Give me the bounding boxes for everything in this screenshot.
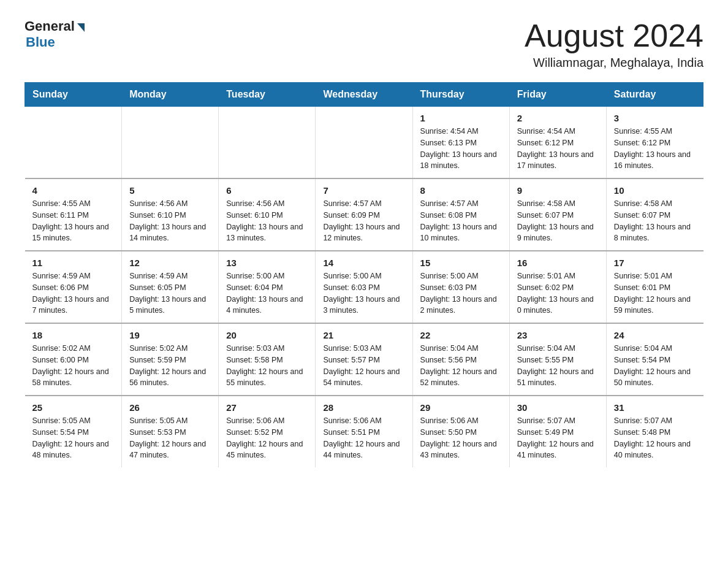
day-info-line: Sunset: 6:13 PM — [420, 137, 502, 149]
calendar-table: SundayMondayTuesdayWednesdayThursdayFrid… — [25, 82, 703, 467]
weekday-header-sunday: Sunday — [25, 83, 122, 107]
day-info-line: Daylight: 13 hours and 15 minutes. — [32, 221, 115, 245]
day-number: 7 — [323, 185, 404, 196]
day-info-line: Sunrise: 5:00 AM — [323, 270, 404, 282]
month-title: August 2024 — [525, 18, 703, 53]
day-number: 25 — [32, 402, 115, 413]
weekday-header-thursday: Thursday — [412, 83, 509, 107]
calendar-cell: 20Sunrise: 5:03 AMSunset: 5:58 PMDayligh… — [219, 323, 316, 396]
weekday-header-row: SundayMondayTuesdayWednesdayThursdayFrid… — [25, 83, 703, 107]
day-info-line: Sunset: 6:05 PM — [129, 282, 211, 294]
title-section: August 2024 Williamnagar, Meghalaya, Ind… — [525, 18, 703, 70]
calendar-cell: 30Sunrise: 5:07 AMSunset: 5:49 PMDayligh… — [509, 396, 606, 467]
weekday-header-monday: Monday — [122, 83, 219, 107]
day-number: 29 — [420, 402, 502, 413]
day-info-line: Sunrise: 5:00 AM — [226, 270, 308, 282]
calendar-cell: 10Sunrise: 4:58 AMSunset: 6:07 PMDayligh… — [606, 178, 703, 251]
logo-general: General — [25, 18, 85, 34]
day-info-line: Sunset: 6:10 PM — [129, 210, 211, 221]
day-info-line: Daylight: 12 hours and 47 minutes. — [129, 439, 211, 462]
day-number: 16 — [517, 258, 599, 268]
day-info-line: Sunrise: 5:07 AM — [614, 415, 696, 427]
day-info-line: Sunrise: 5:03 AM — [323, 343, 404, 354]
day-number: 13 — [226, 258, 308, 268]
calendar-cell — [316, 107, 412, 179]
calendar-cell: 24Sunrise: 5:04 AMSunset: 5:54 PMDayligh… — [606, 323, 703, 396]
day-info-line: Daylight: 13 hours and 8 minutes. — [614, 221, 696, 245]
day-number: 17 — [614, 258, 696, 268]
day-number: 4 — [32, 185, 115, 196]
location-title: Williamnagar, Meghalaya, India — [525, 56, 703, 70]
calendar-week-row: 25Sunrise: 5:05 AMSunset: 5:54 PMDayligh… — [25, 396, 703, 467]
day-info-line: Sunset: 5:59 PM — [129, 354, 211, 366]
day-info-line: Sunrise: 5:02 AM — [129, 343, 211, 354]
day-info-line: Sunrise: 5:06 AM — [420, 415, 502, 427]
day-info-line: Sunset: 5:55 PM — [517, 354, 599, 366]
day-info-line: Daylight: 12 hours and 58 minutes. — [32, 366, 115, 389]
day-info-line: Daylight: 13 hours and 14 minutes. — [129, 221, 211, 245]
day-info-line: Daylight: 12 hours and 45 minutes. — [226, 439, 308, 462]
day-number: 24 — [614, 330, 696, 340]
day-info-line: Sunset: 5:49 PM — [517, 427, 599, 439]
calendar-cell: 19Sunrise: 5:02 AMSunset: 5:59 PMDayligh… — [122, 323, 219, 396]
day-number: 5 — [129, 185, 211, 196]
day-info-line: Sunrise: 4:54 AM — [420, 126, 502, 137]
day-info-line: Daylight: 12 hours and 50 minutes. — [614, 366, 696, 389]
day-info-line: Sunset: 6:03 PM — [420, 282, 502, 294]
page-header: General Blue August 2024 Williamnagar, M… — [25, 18, 703, 70]
logo-general-text: General — [25, 18, 75, 34]
day-number: 30 — [517, 402, 599, 413]
day-info-line: Sunrise: 4:55 AM — [32, 198, 115, 210]
day-info-line: Sunrise: 4:56 AM — [129, 198, 211, 210]
day-number: 28 — [323, 402, 404, 413]
calendar-cell: 28Sunrise: 5:06 AMSunset: 5:51 PMDayligh… — [316, 396, 412, 467]
day-info-line: Sunrise: 5:04 AM — [517, 343, 599, 354]
day-info-line: Daylight: 13 hours and 2 minutes. — [420, 294, 502, 317]
day-info-line: Daylight: 13 hours and 18 minutes. — [420, 149, 502, 172]
day-number: 14 — [323, 258, 404, 268]
day-info-line: Sunset: 6:08 PM — [420, 210, 502, 221]
day-info-line: Sunrise: 5:06 AM — [323, 415, 404, 427]
day-info-line: Sunset: 6:07 PM — [614, 210, 696, 221]
day-number: 23 — [517, 330, 599, 340]
day-info-line: Sunset: 6:06 PM — [32, 282, 115, 294]
calendar-cell — [122, 107, 219, 179]
day-info-line: Sunrise: 5:07 AM — [517, 415, 599, 427]
day-number: 8 — [420, 185, 502, 196]
day-info-line: Daylight: 13 hours and 3 minutes. — [323, 294, 404, 317]
day-info-line: Daylight: 12 hours and 51 minutes. — [517, 366, 599, 389]
day-info-line: Sunset: 5:50 PM — [420, 427, 502, 439]
day-number: 2 — [517, 113, 599, 123]
logo-blue-text: Blue — [26, 34, 55, 50]
day-info-line: Sunrise: 5:05 AM — [32, 415, 115, 427]
calendar-cell: 13Sunrise: 5:00 AMSunset: 6:04 PMDayligh… — [219, 251, 316, 323]
calendar-cell: 6Sunrise: 4:56 AMSunset: 6:10 PMDaylight… — [219, 178, 316, 251]
day-info-line: Sunrise: 4:57 AM — [323, 198, 404, 210]
day-number: 20 — [226, 330, 308, 340]
day-info-line: Daylight: 12 hours and 48 minutes. — [32, 439, 115, 462]
day-info-line: Daylight: 13 hours and 12 minutes. — [323, 221, 404, 245]
day-info-line: Sunset: 5:54 PM — [32, 427, 115, 439]
day-info-line: Sunrise: 5:06 AM — [226, 415, 308, 427]
day-info-line: Sunrise: 4:54 AM — [517, 126, 599, 137]
calendar-cell: 16Sunrise: 5:01 AMSunset: 6:02 PMDayligh… — [509, 251, 606, 323]
day-info-line: Sunset: 5:54 PM — [614, 354, 696, 366]
day-info-line: Sunset: 6:03 PM — [323, 282, 404, 294]
calendar-cell: 14Sunrise: 5:00 AMSunset: 6:03 PMDayligh… — [316, 251, 412, 323]
day-info-line: Daylight: 13 hours and 9 minutes. — [517, 221, 599, 245]
calendar-week-row: 11Sunrise: 4:59 AMSunset: 6:06 PMDayligh… — [25, 251, 703, 323]
day-info-line: Sunset: 6:11 PM — [32, 210, 115, 221]
weekday-header-wednesday: Wednesday — [316, 83, 412, 107]
day-info-line: Sunset: 6:01 PM — [614, 282, 696, 294]
calendar-cell: 2Sunrise: 4:54 AMSunset: 6:12 PMDaylight… — [509, 107, 606, 179]
day-info-line: Sunrise: 4:59 AM — [32, 270, 115, 282]
day-info-line: Sunrise: 5:04 AM — [420, 343, 502, 354]
day-info-line: Daylight: 12 hours and 59 minutes. — [614, 294, 696, 317]
day-info-line: Daylight: 12 hours and 52 minutes. — [420, 366, 502, 389]
day-info-line: Sunset: 6:02 PM — [517, 282, 599, 294]
calendar-cell: 25Sunrise: 5:05 AMSunset: 5:54 PMDayligh… — [25, 396, 122, 467]
day-info-line: Sunrise: 4:55 AM — [614, 126, 696, 137]
day-info-line: Sunrise: 4:58 AM — [517, 198, 599, 210]
day-info-line: Sunset: 6:09 PM — [323, 210, 404, 221]
day-info-line: Sunrise: 5:05 AM — [129, 415, 211, 427]
